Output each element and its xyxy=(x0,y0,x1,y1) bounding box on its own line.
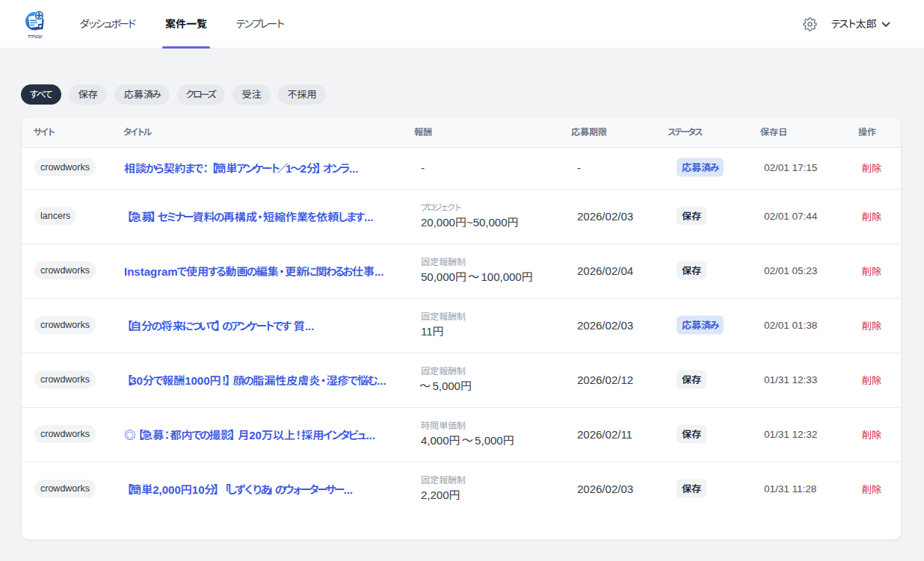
svg-text:アプリログ: アプリログ xyxy=(28,34,43,39)
